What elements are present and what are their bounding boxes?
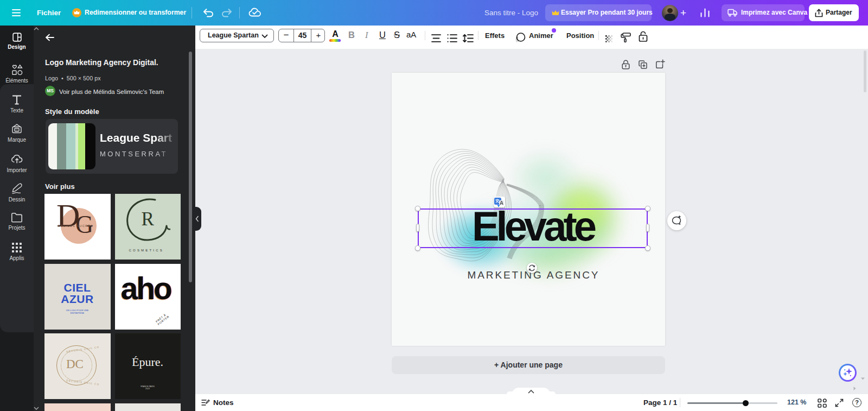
svg-text:co.: co. [16, 129, 18, 131]
